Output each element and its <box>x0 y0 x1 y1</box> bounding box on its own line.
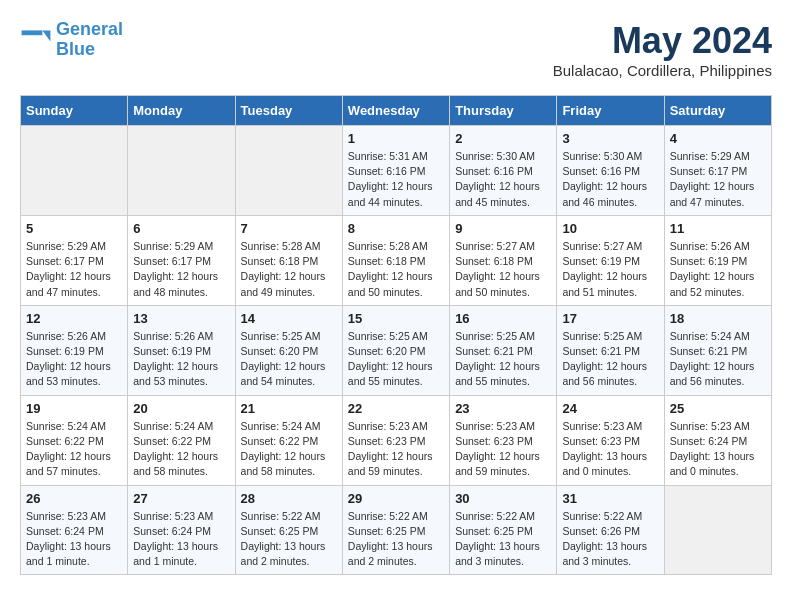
calendar-cell: 13Sunrise: 5:26 AM Sunset: 6:19 PM Dayli… <box>128 305 235 395</box>
calendar-cell: 25Sunrise: 5:23 AM Sunset: 6:24 PM Dayli… <box>664 395 771 485</box>
day-info: Sunrise: 5:22 AM Sunset: 6:25 PM Dayligh… <box>241 509 337 570</box>
calendar-week-2: 5Sunrise: 5:29 AM Sunset: 6:17 PM Daylig… <box>21 215 772 305</box>
day-number: 31 <box>562 491 658 506</box>
day-info: Sunrise: 5:25 AM Sunset: 6:21 PM Dayligh… <box>562 329 658 390</box>
day-number: 9 <box>455 221 551 236</box>
day-info: Sunrise: 5:31 AM Sunset: 6:16 PM Dayligh… <box>348 149 444 210</box>
day-info: Sunrise: 5:24 AM Sunset: 6:22 PM Dayligh… <box>133 419 229 480</box>
calendar-cell: 3Sunrise: 5:30 AM Sunset: 6:16 PM Daylig… <box>557 126 664 216</box>
calendar-cell <box>664 485 771 575</box>
day-info: Sunrise: 5:29 AM Sunset: 6:17 PM Dayligh… <box>133 239 229 300</box>
day-info: Sunrise: 5:22 AM Sunset: 6:25 PM Dayligh… <box>348 509 444 570</box>
weekday-header-monday: Monday <box>128 96 235 126</box>
location: Bulalacao, Cordillera, Philippines <box>553 62 772 79</box>
day-number: 28 <box>241 491 337 506</box>
logo-text: General Blue <box>56 20 123 60</box>
day-number: 27 <box>133 491 229 506</box>
calendar-cell: 4Sunrise: 5:29 AM Sunset: 6:17 PM Daylig… <box>664 126 771 216</box>
calendar-cell: 26Sunrise: 5:23 AM Sunset: 6:24 PM Dayli… <box>21 485 128 575</box>
day-info: Sunrise: 5:23 AM Sunset: 6:24 PM Dayligh… <box>133 509 229 570</box>
calendar-table: SundayMondayTuesdayWednesdayThursdayFrid… <box>20 95 772 575</box>
calendar-cell: 27Sunrise: 5:23 AM Sunset: 6:24 PM Dayli… <box>128 485 235 575</box>
day-number: 10 <box>562 221 658 236</box>
day-number: 7 <box>241 221 337 236</box>
weekday-header-thursday: Thursday <box>450 96 557 126</box>
calendar-cell: 10Sunrise: 5:27 AM Sunset: 6:19 PM Dayli… <box>557 215 664 305</box>
day-info: Sunrise: 5:23 AM Sunset: 6:23 PM Dayligh… <box>455 419 551 480</box>
day-number: 20 <box>133 401 229 416</box>
day-number: 3 <box>562 131 658 146</box>
day-number: 24 <box>562 401 658 416</box>
day-info: Sunrise: 5:28 AM Sunset: 6:18 PM Dayligh… <box>241 239 337 300</box>
day-number: 13 <box>133 311 229 326</box>
calendar-cell: 6Sunrise: 5:29 AM Sunset: 6:17 PM Daylig… <box>128 215 235 305</box>
calendar-cell: 22Sunrise: 5:23 AM Sunset: 6:23 PM Dayli… <box>342 395 449 485</box>
calendar-cell: 2Sunrise: 5:30 AM Sunset: 6:16 PM Daylig… <box>450 126 557 216</box>
day-number: 6 <box>133 221 229 236</box>
calendar-cell: 21Sunrise: 5:24 AM Sunset: 6:22 PM Dayli… <box>235 395 342 485</box>
calendar-cell <box>21 126 128 216</box>
logo: General Blue <box>20 20 123 60</box>
calendar-cell <box>235 126 342 216</box>
day-number: 5 <box>26 221 122 236</box>
calendar-cell: 7Sunrise: 5:28 AM Sunset: 6:18 PM Daylig… <box>235 215 342 305</box>
calendar-cell: 24Sunrise: 5:23 AM Sunset: 6:23 PM Dayli… <box>557 395 664 485</box>
calendar-cell <box>128 126 235 216</box>
day-number: 14 <box>241 311 337 326</box>
weekday-row: SundayMondayTuesdayWednesdayThursdayFrid… <box>21 96 772 126</box>
day-number: 4 <box>670 131 766 146</box>
day-info: Sunrise: 5:22 AM Sunset: 6:25 PM Dayligh… <box>455 509 551 570</box>
weekday-header-sunday: Sunday <box>21 96 128 126</box>
logo-line1: General <box>56 19 123 39</box>
day-info: Sunrise: 5:25 AM Sunset: 6:21 PM Dayligh… <box>455 329 551 390</box>
day-info: Sunrise: 5:23 AM Sunset: 6:23 PM Dayligh… <box>348 419 444 480</box>
day-info: Sunrise: 5:30 AM Sunset: 6:16 PM Dayligh… <box>562 149 658 210</box>
calendar-cell: 31Sunrise: 5:22 AM Sunset: 6:26 PM Dayli… <box>557 485 664 575</box>
day-number: 29 <box>348 491 444 506</box>
title-block: May 2024 Bulalacao, Cordillera, Philippi… <box>553 20 772 79</box>
day-number: 30 <box>455 491 551 506</box>
weekday-header-friday: Friday <box>557 96 664 126</box>
calendar-cell: 12Sunrise: 5:26 AM Sunset: 6:19 PM Dayli… <box>21 305 128 395</box>
svg-marker-0 <box>42 30 50 41</box>
calendar-cell: 5Sunrise: 5:29 AM Sunset: 6:17 PM Daylig… <box>21 215 128 305</box>
day-info: Sunrise: 5:25 AM Sunset: 6:20 PM Dayligh… <box>348 329 444 390</box>
logo-icon <box>20 24 52 56</box>
calendar-cell: 15Sunrise: 5:25 AM Sunset: 6:20 PM Dayli… <box>342 305 449 395</box>
day-number: 2 <box>455 131 551 146</box>
calendar-week-1: 1Sunrise: 5:31 AM Sunset: 6:16 PM Daylig… <box>21 126 772 216</box>
svg-rect-1 <box>22 30 43 35</box>
day-info: Sunrise: 5:27 AM Sunset: 6:19 PM Dayligh… <box>562 239 658 300</box>
day-info: Sunrise: 5:30 AM Sunset: 6:16 PM Dayligh… <box>455 149 551 210</box>
calendar-cell: 16Sunrise: 5:25 AM Sunset: 6:21 PM Dayli… <box>450 305 557 395</box>
day-number: 16 <box>455 311 551 326</box>
day-number: 22 <box>348 401 444 416</box>
day-info: Sunrise: 5:29 AM Sunset: 6:17 PM Dayligh… <box>670 149 766 210</box>
day-number: 11 <box>670 221 766 236</box>
calendar-body: 1Sunrise: 5:31 AM Sunset: 6:16 PM Daylig… <box>21 126 772 575</box>
calendar-cell: 8Sunrise: 5:28 AM Sunset: 6:18 PM Daylig… <box>342 215 449 305</box>
day-number: 17 <box>562 311 658 326</box>
calendar-cell: 20Sunrise: 5:24 AM Sunset: 6:22 PM Dayli… <box>128 395 235 485</box>
day-info: Sunrise: 5:29 AM Sunset: 6:17 PM Dayligh… <box>26 239 122 300</box>
logo-line2: Blue <box>56 39 95 59</box>
weekday-header-wednesday: Wednesday <box>342 96 449 126</box>
day-number: 23 <box>455 401 551 416</box>
day-info: Sunrise: 5:28 AM Sunset: 6:18 PM Dayligh… <box>348 239 444 300</box>
day-info: Sunrise: 5:26 AM Sunset: 6:19 PM Dayligh… <box>133 329 229 390</box>
calendar-cell: 17Sunrise: 5:25 AM Sunset: 6:21 PM Dayli… <box>557 305 664 395</box>
day-number: 26 <box>26 491 122 506</box>
day-number: 18 <box>670 311 766 326</box>
calendar-cell: 30Sunrise: 5:22 AM Sunset: 6:25 PM Dayli… <box>450 485 557 575</box>
day-info: Sunrise: 5:22 AM Sunset: 6:26 PM Dayligh… <box>562 509 658 570</box>
weekday-header-saturday: Saturday <box>664 96 771 126</box>
weekday-header-tuesday: Tuesday <box>235 96 342 126</box>
calendar-cell: 9Sunrise: 5:27 AM Sunset: 6:18 PM Daylig… <box>450 215 557 305</box>
day-info: Sunrise: 5:23 AM Sunset: 6:23 PM Dayligh… <box>562 419 658 480</box>
day-number: 12 <box>26 311 122 326</box>
calendar-cell: 28Sunrise: 5:22 AM Sunset: 6:25 PM Dayli… <box>235 485 342 575</box>
calendar-cell: 23Sunrise: 5:23 AM Sunset: 6:23 PM Dayli… <box>450 395 557 485</box>
month-title: May 2024 <box>553 20 772 62</box>
calendar-header: SundayMondayTuesdayWednesdayThursdayFrid… <box>21 96 772 126</box>
calendar-cell: 1Sunrise: 5:31 AM Sunset: 6:16 PM Daylig… <box>342 126 449 216</box>
